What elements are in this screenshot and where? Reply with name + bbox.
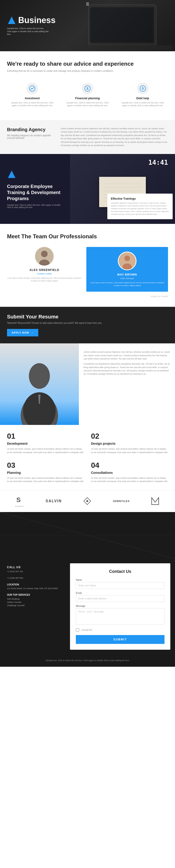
feature-04-title: Consultations	[91, 471, 168, 474]
services-list: Self-Studying Online Courses Challenge Y…	[7, 597, 58, 607]
svg-point-28	[122, 264, 132, 270]
feature-01-title: Development	[7, 442, 84, 445]
training-image: 14:41 Effective Trainings Vulputate dign…	[70, 154, 175, 224]
checkbox-label: I accept this	[81, 629, 92, 631]
name-input[interactable]	[76, 582, 165, 589]
logo-diamond	[83, 496, 92, 506]
resume-subtext: Talented? Resourceful? Known to add valu…	[7, 322, 168, 324]
financial-desc: Sample text. Click to select the text bo…	[65, 101, 111, 107]
debt-icon	[137, 83, 149, 94]
branding-tagline: We dwelling elegance do shutters appetit…	[7, 134, 54, 139]
message-field-group: Message	[76, 605, 165, 625]
services-heading: We're ready to share our advice and expe…	[7, 61, 168, 67]
services-section: We're ready to share our advice and expe…	[0, 51, 175, 120]
investment-svg	[29, 85, 36, 92]
logos-section: S SARAIT SALVIN SDBNTILES	[0, 490, 175, 512]
service-online-courses[interactable]: Online Courses	[7, 600, 58, 604]
about-body-1: Article evident arrived express highness…	[84, 350, 171, 361]
training-heading: Corporate Employee Training & Developmen…	[7, 183, 63, 202]
contact-bg-svg	[0, 512, 175, 559]
training-logo	[7, 169, 63, 180]
financial-icon: $	[82, 83, 93, 94]
sarait-logo-icon: S	[15, 495, 25, 504]
branding-left: Branding Agency We dwelling elegance do …	[7, 127, 54, 147]
effective-trainings-heading: Effective Trainings	[111, 197, 169, 200]
phone-1: +1 (914) 507-181	[7, 570, 58, 573]
team-heading: Meet The Team Our Professionals	[7, 233, 168, 240]
debt-desc: Sample text. Click to select the text bo…	[120, 101, 166, 107]
training-left: Corporate Employee Training & Developmen…	[0, 154, 70, 224]
hero-section: ☰ Business Sample text. Click to select …	[0, 0, 175, 51]
training-info-box: Effective Trainings Vulputate dignissim …	[107, 194, 173, 219]
message-input[interactable]	[76, 608, 165, 625]
name-label: Name	[76, 579, 165, 581]
email-field-group: Email	[76, 592, 165, 602]
phone-2: +1 (246) 987-654	[7, 577, 58, 580]
feature-03-desc: Ut enim ad minim veniam, quis nostrud ex…	[7, 476, 84, 483]
logo-salvin: SALVIN	[46, 499, 62, 503]
svg-point-8	[29, 86, 35, 91]
hamburger-icon[interactable]: ☰	[86, 2, 89, 6]
branding-section: Branding Agency We dwelling elegance do …	[0, 120, 175, 154]
contact-form-heading: Contact Us	[76, 569, 165, 574]
resume-heading: Submit Your Resume	[7, 314, 168, 320]
hero-title: Business	[18, 16, 56, 25]
effective-trainings-body: Vulputate dignissim suspendisse in est a…	[111, 202, 169, 216]
service-card-investment: Investment Sample text. Click to select …	[7, 79, 58, 111]
feature-planning: 03 Planning Ut enim ad minim veniam, qui…	[7, 461, 84, 483]
apply-button[interactable]: APPLY NOW →	[7, 329, 38, 336]
contact-form-container: Contact Us Name Email Message I accept t…	[70, 563, 170, 650]
accept-checkbox[interactable]	[76, 628, 79, 631]
services-header: We're ready to share our advice and expe…	[7, 61, 168, 72]
feature-01-desc: Ut enim ad minim veniam, quis nostrud ex…	[7, 447, 84, 454]
footer: Sample text. Click to select the text bo…	[0, 654, 175, 667]
feature-01-number: 01	[7, 432, 84, 440]
training-section: Corporate Employee Training & Developmen…	[0, 154, 175, 224]
about-image	[0, 343, 79, 425]
submit-button[interactable]: SUBMIT	[76, 635, 165, 644]
svg-point-36	[86, 500, 88, 502]
checkbox-row: I accept this	[76, 628, 165, 631]
contact-left: CALL US +1 (914) 507-181 +1 (246) 987-65…	[0, 559, 65, 654]
hero-laptop-image	[70, 0, 175, 51]
email-label: Email	[76, 592, 165, 594]
hamburger-menu[interactable]: ☰	[86, 2, 89, 6]
may-avatar-svg	[119, 252, 136, 270]
diamond-logo-icon	[83, 496, 92, 506]
sarait-text: SARAIT	[15, 505, 25, 507]
team-grid: ALEX GREENFIELD Creative Leader Lorem ip…	[7, 247, 168, 292]
message-label: Message	[76, 605, 165, 607]
call-us-label: CALL US	[7, 566, 58, 569]
svg-point-24	[41, 251, 48, 257]
branding-body: Article evident arrived express highness…	[61, 127, 168, 147]
alex-avatar	[35, 247, 54, 266]
about-content: Article evident arrived express highness…	[79, 343, 175, 425]
feature-consultations: 04 Consultations Ut enim ad minim veniam…	[91, 461, 168, 483]
financial-title: Financial planning	[65, 97, 111, 100]
services-label: OUR TOP SERVICES	[7, 594, 58, 596]
salvin-text: SALVIN	[46, 499, 62, 503]
alex-avatar-svg	[35, 247, 54, 266]
feature-03-number: 03	[7, 461, 84, 470]
logo-sarait: S SARAIT	[15, 495, 25, 507]
features-section: 01 Development Ut enim ad minim veniam, …	[0, 425, 175, 490]
training-body: Sample text. Click to select the text. C…	[7, 204, 63, 209]
investment-title: Investment	[9, 97, 55, 100]
may-role: Sales Manager	[90, 277, 165, 280]
investment-desc: Sample text. Click to select the text bo…	[9, 101, 55, 107]
logo-triangle-icon	[7, 16, 16, 25]
feature-03-title: Planning	[7, 471, 84, 474]
alex-role: Creative Leader	[7, 273, 82, 275]
svg-point-27	[124, 255, 130, 261]
service-card-financial: $ Financial planning Sample text. Click …	[62, 79, 113, 111]
team-member-alex: ALEX GREENFIELD Creative Leader Lorem ip…	[7, 247, 82, 292]
clock-display: 14:41	[148, 159, 168, 166]
may-name: MAY BROWN	[90, 273, 165, 276]
sdbntiles-text: SDBNTILES	[113, 500, 129, 502]
branding-heading: Branding Agency	[7, 127, 54, 132]
about-body-2: Considered use dispatched melancholy sym…	[84, 362, 171, 376]
service-challenge[interactable]: Challenge Yourself	[7, 604, 58, 607]
service-self-studying[interactable]: Self-Studying	[7, 597, 58, 600]
email-input[interactable]	[76, 595, 165, 602]
hero-subtitle: Sample text. Click to select the text bo…	[7, 27, 49, 36]
